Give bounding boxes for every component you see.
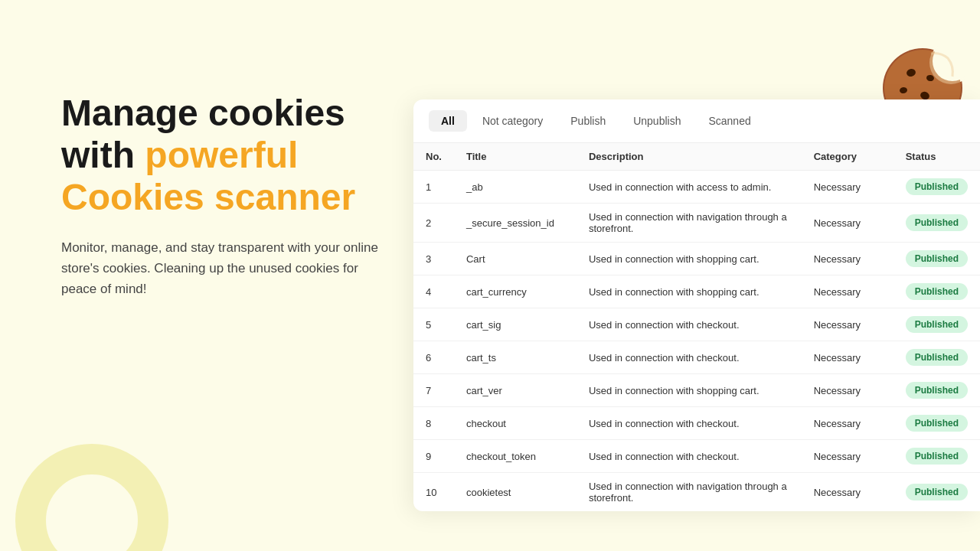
- left-panel: Manage cookies with powerful Cookies sca…: [61, 92, 413, 299]
- table-header-row: No. Title Description Category Status: [413, 143, 980, 171]
- cell-no: 5: [413, 308, 454, 341]
- headline-line1: Manage cookies: [61, 93, 345, 133]
- decorative-circle: [15, 444, 168, 551]
- cell-description: Used in connection with shopping cart.: [577, 243, 802, 276]
- table-row: 2_secure_session_idUsed in connection wi…: [413, 204, 980, 243]
- status-badge: Published: [906, 382, 968, 399]
- tab-unpublish[interactable]: Unpublish: [621, 110, 693, 132]
- col-header-description: Description: [577, 143, 802, 171]
- status-badge: Published: [906, 250, 968, 267]
- cell-no: 4: [413, 276, 454, 308]
- cell-category: Necessary: [802, 473, 893, 512]
- cell-category: Necessary: [802, 341, 893, 374]
- cell-title: cart_sig: [454, 308, 577, 341]
- headline-line2-prefix: with: [61, 135, 145, 175]
- cell-title: cookietest: [454, 473, 577, 512]
- cell-description: Used in connection with navigation throu…: [577, 473, 802, 512]
- cell-no: 8: [413, 407, 454, 440]
- table-row: 6cart_tsUsed in connection with checkout…: [413, 341, 980, 374]
- status-badge: Published: [906, 349, 968, 366]
- status-badge: Published: [906, 316, 968, 333]
- status-badge: Published: [906, 214, 968, 231]
- cell-description: Used in connection with checkout.: [577, 407, 802, 440]
- cell-status: Published: [893, 440, 980, 473]
- table-body: 1_abUsed in connection with access to ad…: [413, 171, 980, 512]
- cell-title: cart_ts: [454, 341, 577, 374]
- col-header-title: Title: [454, 143, 577, 171]
- status-badge: Published: [906, 448, 968, 465]
- cell-category: Necessary: [802, 374, 893, 407]
- cell-category: Necessary: [802, 308, 893, 341]
- status-badge: Published: [906, 484, 968, 500]
- table-row: 4cart_currencyUsed in connection with sh…: [413, 276, 980, 308]
- table-row: 10cookietestUsed in connection with navi…: [413, 473, 980, 512]
- cell-status: Published: [893, 374, 980, 407]
- cell-title: _ab: [454, 171, 577, 204]
- table-row: 3CartUsed in connection with shopping ca…: [413, 243, 980, 276]
- description-text: Monitor, manage, and stay transparent wi…: [61, 237, 383, 300]
- cell-description: Used in connection with shopping cart.: [577, 374, 802, 407]
- tab-publish[interactable]: Publish: [558, 110, 618, 132]
- right-panel: All Not category Publish Unpublish Scann…: [413, 99, 980, 511]
- cell-description: Used in connection with checkout.: [577, 440, 802, 473]
- cell-no: 9: [413, 440, 454, 473]
- cell-no: 10: [413, 473, 454, 512]
- tab-bar: All Not category Publish Unpublish Scann…: [413, 99, 980, 143]
- col-header-category: Category: [802, 143, 893, 171]
- table-row: 5cart_sigUsed in connection with checkou…: [413, 308, 980, 341]
- col-header-no: No.: [413, 143, 454, 171]
- cell-status: Published: [893, 473, 980, 512]
- cell-title: checkout: [454, 407, 577, 440]
- cell-category: Necessary: [802, 171, 893, 204]
- table-row: 7cart_verUsed in connection with shoppin…: [413, 374, 980, 407]
- cell-title: cart_ver: [454, 374, 577, 407]
- cell-status: Published: [893, 407, 980, 440]
- table-row: 9checkout_tokenUsed in connection with c…: [413, 440, 980, 473]
- headline: Manage cookies with powerful Cookies sca…: [61, 92, 413, 219]
- cell-category: Necessary: [802, 407, 893, 440]
- cell-status: Published: [893, 171, 980, 204]
- cell-status: Published: [893, 204, 980, 243]
- col-header-status: Status: [893, 143, 980, 171]
- cell-no: 2: [413, 204, 454, 243]
- table-row: 1_abUsed in connection with access to ad…: [413, 171, 980, 204]
- cell-title: Cart: [454, 243, 577, 276]
- headline-highlight: powerful: [145, 135, 298, 175]
- cell-category: Necessary: [802, 204, 893, 243]
- cell-status: Published: [893, 341, 980, 374]
- cell-status: Published: [893, 243, 980, 276]
- cell-description: Used in connection with access to admin.: [577, 171, 802, 204]
- cell-description: Used in connection with checkout.: [577, 341, 802, 374]
- headline-line3: Cookies scanner: [61, 177, 355, 217]
- cell-title: cart_currency: [454, 276, 577, 308]
- cell-category: Necessary: [802, 276, 893, 308]
- cell-description: Used in connection with navigation throu…: [577, 204, 802, 243]
- tab-all[interactable]: All: [429, 110, 467, 132]
- cell-description: Used in connection with checkout.: [577, 308, 802, 341]
- cookies-table: No. Title Description Category Status 1_…: [413, 143, 980, 511]
- table-row: 8checkoutUsed in connection with checkou…: [413, 407, 980, 440]
- status-badge: Published: [906, 415, 968, 432]
- cell-title: _secure_session_id: [454, 204, 577, 243]
- cell-no: 7: [413, 374, 454, 407]
- cell-description: Used in connection with shopping cart.: [577, 276, 802, 308]
- status-badge: Published: [906, 283, 968, 300]
- cell-category: Necessary: [802, 440, 893, 473]
- cell-title: checkout_token: [454, 440, 577, 473]
- tab-not-category[interactable]: Not category: [470, 110, 555, 132]
- cell-category: Necessary: [802, 243, 893, 276]
- status-badge: Published: [906, 178, 968, 195]
- tab-scanned[interactable]: Scanned: [696, 110, 763, 132]
- cell-no: 1: [413, 171, 454, 204]
- cell-status: Published: [893, 276, 980, 308]
- cell-no: 6: [413, 341, 454, 374]
- cell-no: 3: [413, 243, 454, 276]
- cell-status: Published: [893, 308, 980, 341]
- cookies-table-container: No. Title Description Category Status 1_…: [413, 143, 980, 511]
